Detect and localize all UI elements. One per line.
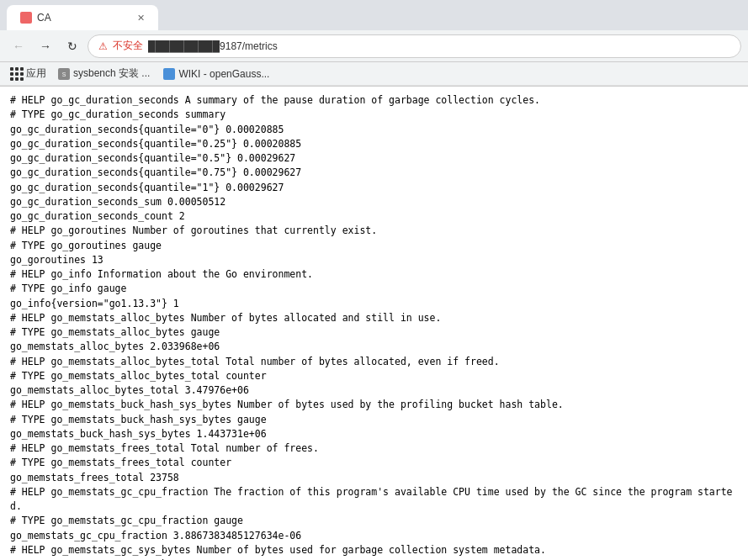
bookmark-sysbench[interactable]: S sysbench 安装 ... (53, 65, 155, 82)
metrics-content: # HELP go_gc_duration_seconds A summary … (0, 87, 748, 560)
sysbench-icon: S (58, 68, 70, 80)
tab-bar: CA ✕ (0, 0, 748, 30)
browser-chrome: CA ✕ ← → ↻ ⚠ 不安全 ██████████9187/metrics … (0, 0, 748, 87)
security-text: 不安全 (113, 39, 143, 53)
reload-button[interactable]: ↻ (61, 34, 84, 58)
forward-button[interactable]: → (34, 34, 57, 58)
address-bar[interactable]: ⚠ 不安全 ██████████9187/metrics (88, 34, 741, 58)
wiki-icon (163, 68, 175, 80)
bookmarks-bar: 应用 S sysbench 安装 ... WIKI - openGauss... (0, 62, 748, 86)
tab-favicon (20, 12, 32, 24)
url-domain: ██████████ (148, 40, 220, 52)
bookmark-sysbench-label: sysbench 安装 ... (73, 66, 150, 81)
toolbar: ← → ↻ ⚠ 不安全 ██████████9187/metrics (0, 30, 748, 62)
security-icon: ⚠ (98, 40, 108, 52)
apps-grid-icon (10, 67, 24, 81)
url-path: 9187/metrics (220, 40, 278, 52)
url-text: ██████████9187/metrics (148, 40, 730, 52)
back-button[interactable]: ← (7, 34, 30, 58)
bookmark-wiki[interactable]: WIKI - openGauss... (158, 66, 274, 82)
metrics-text: # HELP go_gc_duration_seconds A summary … (10, 93, 738, 560)
tab-title: CA (37, 12, 132, 24)
bookmark-wiki-label: WIKI - openGauss... (178, 68, 269, 80)
svg-text:S: S (62, 71, 66, 77)
apps-label: 应用 (26, 66, 46, 81)
active-tab[interactable]: CA ✕ (7, 5, 158, 30)
tab-close-btn[interactable]: ✕ (137, 13, 145, 24)
apps-button[interactable]: 应用 (7, 65, 50, 82)
